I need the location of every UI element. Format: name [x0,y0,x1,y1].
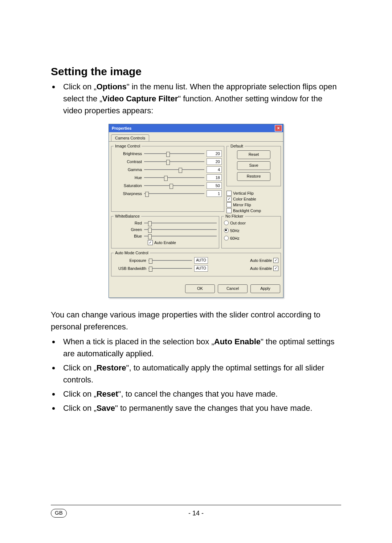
label-exposure: Exposure [114,258,146,263]
bullet-save: Click on „Save" to permanently save the … [60,402,341,414]
radio-60hz [224,236,229,240]
slider-brightness[interactable] [144,151,204,156]
label-50hz: 50Hz [230,228,240,233]
row-contrast: Contrast 20 [114,158,222,165]
label-outdoor: Out door [230,221,246,225]
legend-image-control: Image Control [114,144,142,148]
label-exposure-auto-enable: Auto Enable [250,258,272,263]
label-wb-auto-enable: Auto Enable [154,240,176,245]
row-mirror-flip[interactable]: Mirror Flip [226,202,281,207]
page-number: - 14 - [188,510,204,517]
dialog-title: Properties [112,126,131,130]
slider-contrast[interactable] [144,159,204,164]
row-blue: Blue [114,234,217,239]
close-icon[interactable]: × [275,125,282,131]
slider-sharpness[interactable] [144,191,204,196]
slider-blue[interactable] [144,234,217,239]
slider-gamma[interactable] [144,167,204,172]
label-color-enable: Color Enable [233,197,256,201]
language-badge: GB [51,509,67,518]
group-white-balance: WhiteBalance Red Green Blue [111,214,219,248]
row-vertical-flip[interactable]: Vertical Flip [226,191,281,196]
legend-default: Default [229,144,245,148]
intro-list: Click on „Options" in the menu list. Whe… [60,81,341,117]
row-green: Green [114,227,217,232]
video-capture-filter-term: Video Capture Filter [102,94,178,103]
slider-bandwidth[interactable] [148,266,192,271]
label-sharpness: Sharpness [114,191,142,196]
row-60hz[interactable]: 60Hz [224,236,278,240]
properties-dialog: Properties × Camera Controls Image Contr… [109,124,283,298]
options-term: Options [97,82,127,91]
intro-bullet: Click on „Options" in the menu list. Whe… [60,81,341,117]
label-hue: Hue [114,175,142,180]
row-saturation: Saturation 50 [114,182,222,189]
dialog-titlebar[interactable]: Properties × [109,124,283,132]
row-color-enable[interactable]: Color Enable [226,196,281,202]
bullet-auto-enable: When a tick is placed in the selection b… [60,336,341,360]
value-exposure: AUTO [194,257,208,264]
label-bandwidth: USB Bandwidth [114,266,146,271]
row-red: Red [114,220,217,226]
para-explanation: You can change various image properties … [51,309,341,333]
row-outdoor[interactable]: Out door [224,220,278,225]
value-bandwidth: AUTO [194,265,208,272]
restore-button[interactable]: Restore [237,172,270,181]
label-vertical-flip: Vertical Flip [233,191,254,195]
group-default: Default Reset Save Restore [226,144,281,186]
label-contrast: Contrast [114,159,142,164]
slider-saturation[interactable] [144,183,204,188]
document-page: Setting the image Click on „Options" in … [0,0,392,543]
label-backlight: Backlight Comp [233,208,261,213]
row-brightness: Brightness 20 [114,150,222,157]
save-button[interactable]: Save [237,161,270,170]
screenshot-wrapper: Properties × Camera Controls Image Contr… [51,124,341,298]
row-exposure: Exposure AUTO Auto Enable [114,257,278,264]
legend-no-flicker: No Flicker [224,214,245,218]
value-hue: 18 [207,174,222,181]
section-heading: Setting the image [51,65,341,78]
row-backlight[interactable]: Backlight Comp [226,208,281,213]
row-sharpness: Sharpness 1 [114,190,222,197]
row-wb-auto-enable[interactable]: Auto Enable [148,240,217,245]
row-hue: Hue 18 [114,174,222,181]
ok-button[interactable]: OK [185,284,215,293]
slider-hue[interactable] [144,175,204,180]
value-brightness: 20 [207,150,222,157]
group-image-control: Image Control Brightness 20 Contrast 20 [111,144,224,212]
row-gamma: Gamma 4 [114,166,222,173]
label-saturation: Saturation [114,183,142,188]
value-contrast: 20 [207,158,222,165]
radio-50hz [224,228,229,233]
label-green: Green [114,227,142,232]
reset-button[interactable]: Reset [237,150,270,159]
bullet-restore: Click on „Restore", to automatically app… [60,362,341,386]
page-footer: GB - 14 - [51,505,341,518]
slider-exposure[interactable] [148,258,192,263]
label-blue: Blue [114,234,142,238]
checkbox-exposure-auto-enable[interactable] [273,258,278,263]
checkbox-bandwidth-auto-enable[interactable] [273,266,278,271]
legend-white-balance: WhiteBalance [114,214,141,218]
dialog-footer: OK Cancel Apply [109,281,283,297]
checkbox-mirror-flip [226,202,232,207]
value-saturation: 50 [207,182,222,189]
group-auto-mode: Auto Mode Control Exposure AUTO Auto Ena… [111,251,281,276]
slider-red[interactable] [144,220,217,226]
value-gamma: 4 [207,166,222,173]
tab-camera-controls[interactable]: Camera Controls [111,134,149,141]
row-bandwidth: USB Bandwidth AUTO Auto Enable [114,265,278,272]
group-no-flicker: No Flicker Out door 50Hz 60Hz [221,214,281,248]
slider-green[interactable] [144,227,217,232]
cancel-button[interactable]: Cancel [218,284,248,293]
checkbox-color-enable [226,196,232,202]
legend-auto-mode: Auto Mode Control [114,251,150,255]
checkbox-panel: Vertical Flip Color Enable Mirror Flip [226,191,281,214]
apply-button[interactable]: Apply [250,284,280,293]
label-brightness: Brightness [114,151,142,156]
row-50hz[interactable]: 50Hz [224,228,278,233]
label-60hz: 60Hz [230,236,240,240]
label-mirror-flip: Mirror Flip [233,203,251,207]
label-gamma: Gamma [114,167,142,172]
checkbox-wb-auto-enable [148,240,153,245]
